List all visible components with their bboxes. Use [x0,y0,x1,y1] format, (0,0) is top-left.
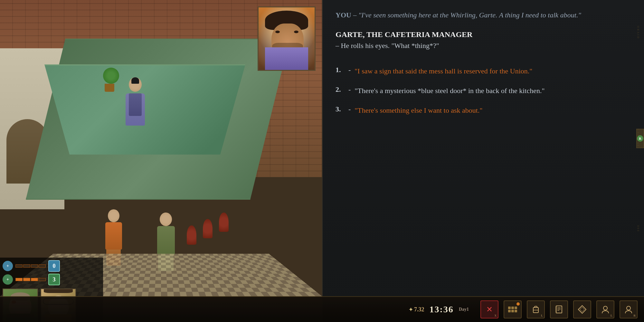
portrait-shirt [265,47,308,70]
backpack-label: L [541,314,543,317]
dialogue-choice-1[interactable]: 1. - "I saw a sign that said the mess ha… [336,64,628,78]
currency-icon: ✦ [409,307,413,313]
scroll-r-button[interactable]: R [637,135,643,142]
health-segment-2 [23,264,30,268]
char-r-label: R [634,314,636,317]
choice-3-number: 3. [336,105,345,116]
health-segment-4 [39,264,46,268]
plant-leaves [103,68,119,84]
morale-segment-2 [23,278,30,281]
dot-grid-icon [508,307,517,312]
bartender-hair [131,77,139,84]
morale-segment-3 [31,278,38,281]
time-display: ✦ 7.32 13:36 Day1 [409,304,469,315]
svg-point-10 [627,306,630,310]
health-icon: + [3,261,13,271]
prev-dialogue: YOU – "I've seen something here at the W… [336,10,628,20]
choice-3-dash: - [348,105,351,116]
morale-bar-area: + 3 [3,274,100,285]
dialogue-choices: 1. - "I saw a sign that said the mess ha… [336,64,628,117]
health-value: 0 [48,260,60,272]
close-button[interactable]: ✕ X [480,300,498,318]
portrait-eye-right [294,31,298,33]
morale-icon: + [3,274,13,285]
svg-marker-7 [578,306,586,313]
character-r-icon [624,305,633,314]
health-segment-3 [31,264,38,268]
bartender-figure[interactable] [122,77,148,135]
bartender-head [129,77,142,92]
svg-marker-8 [580,307,584,312]
choice-3-text: "There's something else I want to ask ab… [355,105,482,116]
morale-segment-4 [39,278,46,281]
portrait-face [259,7,315,70]
scroll-label-oraid: ORAID [637,26,639,39]
close-label: X [495,314,497,317]
dialogue-choice-2[interactable]: 2. - "There's a mysterious *blue steel d… [336,84,628,97]
plant-base [105,84,114,92]
bottom-toolbar: ✦ 7.32 13:36 Day1 ✕ X L [0,296,644,322]
bar-stool [187,225,196,245]
choice-2-number: 2. [336,85,345,96]
svg-point-9 [603,306,607,310]
dialogue-content: YOU – "I've seen something here at the W… [323,0,644,322]
inventory-grid-button[interactable] [504,300,522,318]
map-button[interactable] [573,300,591,318]
r-label: R [639,137,641,140]
morale-bars [15,278,46,281]
notebook-button[interactable] [550,300,568,318]
dialogue-panel: ORAID CABIRAT 800 R YOU – "I've seen som… [322,0,644,322]
backpack-button[interactable]: L [527,300,545,318]
choice-2-text: "There's a mysterious *blue steel door* … [355,85,545,96]
svg-rect-6 [555,307,557,312]
health-segment-1 [15,264,23,268]
bartender-vest [129,93,142,116]
npc-head [108,209,119,222]
npc-response: GARTE, THE CAFETERIA MANAGER – He rolls … [336,29,628,51]
plant [103,68,116,84]
choice-1-dash: - [348,66,351,76]
morale-value: 3 [48,274,60,285]
backpack-icon [531,305,540,314]
scroll-thumb[interactable]: R [636,129,644,148]
npc-portrait-garte [258,6,316,71]
npc-speaker-name: GARTE, THE CAFETERIA MANAGER [336,29,628,40]
health-bar-area: + 0 [3,260,100,272]
morale-segment-1 [15,278,23,281]
bar-stool [219,213,229,232]
scroll-label-800: 800 [637,225,639,232]
currency-value: 7.32 [414,306,424,313]
partner-hair [44,289,73,293]
npc-figure-orange[interactable] [103,209,124,258]
portrait-eye-left [275,31,280,33]
bar-stool [203,219,213,238]
choice-1-text: "I saw a sign that said the mess hall is… [355,66,532,76]
map-icon [578,305,587,314]
currency-display: ✦ 7.32 [409,306,424,313]
prev-text: – "I've seen something here at the Whirl… [353,11,581,19]
player-head [160,213,172,226]
character-l-button[interactable]: L [596,300,614,318]
character-r-button[interactable]: R [620,300,638,318]
game-viewport: + 0 + 3 [0,0,322,322]
choice-2-dash: - [348,85,351,96]
health-bars [15,264,46,268]
time-value: 13:36 [430,304,454,315]
npc-speech-text: – He rolls his eyes. "What *thing*?" [336,40,628,51]
prev-speaker: YOU [336,11,351,19]
char-l-label: L [611,314,612,317]
character-l-icon [601,305,610,314]
notebook-icon [554,305,564,314]
npc-body [105,222,122,250]
day-badge: Day1 [459,307,469,312]
player-body [157,226,175,255]
svg-rect-2 [556,306,562,313]
dialogue-choice-3[interactable]: 3. - "There's something else I want to a… [336,104,628,117]
choice-1-number: 1. [336,66,345,76]
bartender-body [126,93,145,126]
close-icon: ✕ [486,305,493,314]
notification-dot [516,302,520,306]
